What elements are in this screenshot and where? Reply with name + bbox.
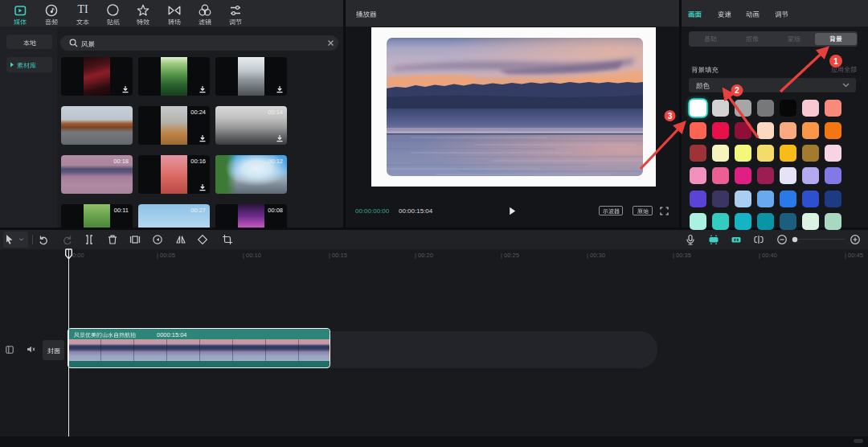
svg-text:3: 3 bbox=[668, 112, 673, 121]
svg-text:1: 1 bbox=[833, 57, 838, 66]
svg-text:2: 2 bbox=[735, 86, 739, 95]
